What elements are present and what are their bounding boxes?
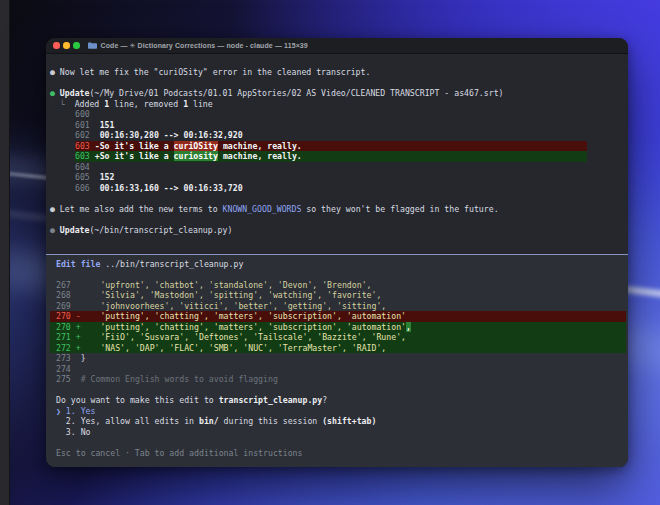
assistant-message-fix: ● Now let me fix the "curiOSity" error i… — [50, 67, 624, 78]
diff-removed-line: 603 -So it's like a curiOSity machine, r… — [75, 141, 587, 152]
screen-edge-strip — [0, 0, 10, 505]
option-no[interactable]: 3. No — [56, 427, 618, 438]
assistant-message-known-good: ● Let me also add the new terms to KNOWN… — [50, 204, 624, 215]
tool-result-summary: └ Added 1 line, removed 1 line — [50, 99, 624, 110]
close-button[interactable] — [53, 42, 60, 49]
blank-line — [50, 214, 624, 225]
code-context-line: 273 } — [56, 353, 618, 364]
code-comment-line: 275 # Common English words to avoid flag… — [56, 374, 618, 385]
blank-line — [56, 385, 618, 396]
edit-confirmation-dialog: Edit file ../bin/transcript_cleanup.py 2… — [46, 254, 628, 468]
desktop: Code — ✳ Dictionary Corrections — node -… — [0, 0, 660, 505]
diff-removed-line: 270 - 'putting', 'chatting', 'matters', … — [50, 311, 626, 322]
option-yes-allow-all-bin[interactable]: 2. Yes, allow all edits in bin/ during t… — [56, 416, 618, 427]
diff-context-line: 602 00:16:30,280 --> 00:16:32,920 — [75, 130, 587, 141]
diff-added-line: 271 + 'FiiO', 'Susvara', 'Deftones', 'Ta… — [50, 332, 626, 343]
code-context-line: 267 'upfront', 'chatbot', 'standalone', … — [56, 280, 618, 291]
diff-added-line: 270 + 'putting', 'chatting', 'matters', … — [50, 322, 626, 333]
code-context-line: 269 'johnvoorhees', 'viticci', 'better',… — [56, 301, 618, 312]
code-context-line: 268 'Silvia', 'Mastodon', 'spitting', 'w… — [56, 290, 618, 301]
diff-context-line: 600 — [75, 109, 587, 120]
blank-line — [56, 269, 618, 280]
dialog-header: Edit file ../bin/transcript_cleanup.py — [56, 259, 618, 270]
tool-call-update-srt: ● Update(~/My Drive/01 Podcasts/01.01 Ap… — [50, 88, 624, 99]
srt-diff-block: 600 601 151 602 00:16:30,280 --> 00:16:3… — [75, 109, 587, 193]
blank-line — [50, 193, 624, 204]
blank-line — [56, 437, 618, 448]
tool-call-update-py: ● Update(~/bin/transcript_cleanup.py) — [50, 225, 624, 236]
diff-added-line: 603 +So it's like a curiosity machine, r… — [75, 151, 587, 162]
terminal-window: Code — ✳ Dictionary Corrections — node -… — [46, 38, 628, 467]
option-yes[interactable]: ❯ 1. Yes — [56, 406, 618, 417]
diff-context-line: 606 00:16:33,160 --> 00:16:33,720 — [75, 183, 587, 194]
diff-context-line: 601 151 — [75, 120, 587, 131]
minimize-button[interactable] — [63, 42, 70, 49]
footer-hint: Esc to cancel · Tab to add additional in… — [56, 448, 618, 459]
window-title: Code — ✳ Dictionary Corrections — node -… — [101, 42, 308, 50]
terminal-content[interactable]: ● Now let me fix the "curiOSity" error i… — [46, 54, 628, 467]
zoom-button[interactable] — [73, 42, 80, 49]
blank-line — [50, 78, 624, 89]
confirm-question: Do you want to make this edit to transcr… — [56, 395, 618, 406]
diff-added-line: 272 + 'NAS', 'DAP', 'FLAC', 'SMB', 'NUC'… — [50, 343, 626, 354]
folder-icon — [88, 42, 97, 49]
traffic-lights — [53, 42, 80, 49]
diff-context-line: 605 152 — [75, 172, 587, 183]
window-titlebar[interactable]: Code — ✳ Dictionary Corrections — node -… — [46, 38, 628, 54]
code-context-line: 274 — [56, 364, 618, 375]
diff-context-line: 604 — [75, 162, 587, 173]
